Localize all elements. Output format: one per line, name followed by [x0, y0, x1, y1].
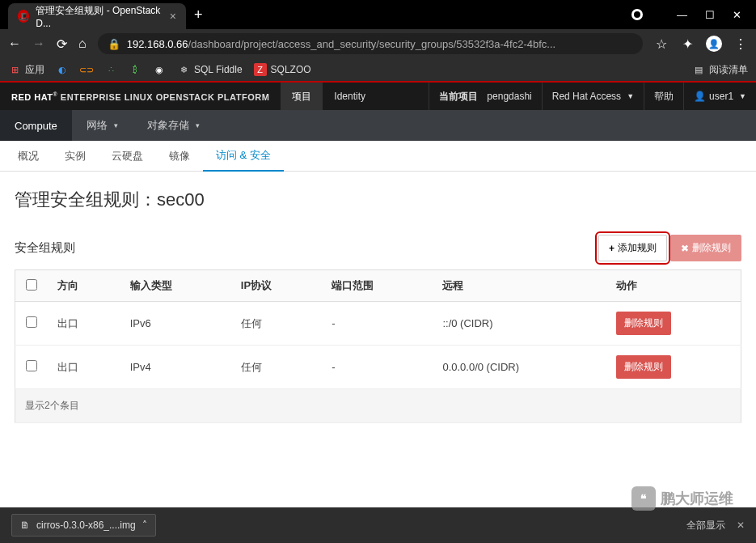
user-icon: 👤: [694, 91, 706, 102]
delete-rule-button[interactable]: 删除规则: [616, 355, 671, 379]
subnav-network[interactable]: 网络▾: [72, 110, 133, 141]
cell-remote: ::/0 (CIDR): [433, 302, 606, 346]
tab-images[interactable]: 镜像: [156, 141, 203, 171]
cell-portrange: -: [322, 302, 433, 346]
table-footer: 显示2个条目: [15, 389, 741, 423]
minimize-button[interactable]: —: [677, 9, 687, 21]
col-direction: 方向: [48, 270, 120, 302]
col-portrange: 端口范围: [322, 270, 433, 302]
nav-project[interactable]: 项目: [281, 83, 323, 110]
redhat-access-menu[interactable]: Red Hat Access▼: [542, 83, 644, 110]
bookmark-sqlfiddle[interactable]: ❄SQL Fiddle: [177, 63, 243, 76]
cell-protocol: 任何: [231, 302, 322, 346]
download-bar: 🗎 cirros-0.3.0-x86_....img ˄ 全部显示 ✕: [0, 507, 756, 543]
maximize-button[interactable]: ☐: [705, 9, 715, 21]
url-host: 192.168.0.66: [127, 38, 188, 50]
download-item[interactable]: 🗎 cirros-0.3.0-x86_....img ˄: [11, 514, 156, 537]
delete-rule-button[interactable]: 删除规则: [616, 312, 671, 335]
chevron-down-icon: ▾: [196, 121, 200, 129]
row-checkbox[interactable]: [26, 360, 37, 371]
chevron-down-icon: ▼: [739, 92, 746, 100]
tab-volumes[interactable]: 云硬盘: [99, 141, 156, 171]
col-protocol: IP协议: [231, 270, 322, 302]
tab-access-security[interactable]: 访问 & 安全: [203, 142, 284, 172]
tab-title: 管理安全组规则 - OpenStack D...: [36, 4, 163, 29]
nav-identity[interactable]: Identity: [323, 83, 377, 110]
table-row: 出口IPv4任何-0.0.0.0/0 (CIDR)删除规则: [15, 346, 741, 389]
tab-overview[interactable]: 概况: [5, 141, 52, 171]
select-all-checkbox[interactable]: [26, 279, 37, 291]
bookmark-item[interactable]: ∴: [104, 63, 117, 76]
show-all-downloads[interactable]: 全部显示: [686, 519, 725, 532]
x-icon: ✖: [681, 243, 689, 254]
profile-avatar[interactable]: 👤: [706, 36, 722, 52]
add-rule-button[interactable]: +添加规则: [598, 235, 667, 261]
col-action: 动作: [606, 270, 741, 302]
page-title: 管理安全组规则：sec00: [15, 188, 741, 212]
rules-table: 方向 输入类型 IP协议 端口范围 远程 动作 出口IPv6任何-::/0 (C…: [15, 269, 741, 423]
file-icon: 🗎: [20, 520, 30, 531]
new-tab-button[interactable]: +: [194, 6, 203, 23]
subnav-object-storage[interactable]: 对象存储▾: [133, 110, 214, 141]
section-title: 安全组规则: [15, 240, 75, 256]
menu-icon[interactable]: ⋮: [733, 36, 748, 51]
close-download-bar[interactable]: ✕: [737, 520, 745, 531]
chevron-down-icon: ▼: [627, 92, 634, 100]
cell-ethertype: IPv6: [120, 302, 231, 346]
table-row: 出口IPv6任何-::/0 (CIDR)删除规则: [15, 302, 741, 346]
apps-button[interactable]: ⊞应用: [8, 63, 44, 77]
url-field[interactable]: 🔒 192.168.0.66/dashboard/project/access_…: [98, 33, 643, 54]
main-content: 管理安全组规则：sec00 安全组规则 +添加规则 ✖删除规则 方向 输入类型 …: [0, 172, 756, 439]
bookmarks-bar: ⊞应用 ◐ ⊂⊃ ∴ ₿ ◉ ❄SQL Fiddle ZSQLZOO ▤阅读清单: [0, 58, 756, 83]
reading-list-button[interactable]: ▤阅读清单: [692, 63, 748, 77]
bookmark-sqlzoo[interactable]: ZSQLZOO: [254, 63, 311, 76]
delete-rules-button[interactable]: ✖删除规则: [670, 235, 741, 261]
chevron-down-icon: ▾: [114, 121, 118, 129]
browser-tab[interactable]: 🎩 管理安全组规则 - OpenStack D... ×: [8, 3, 186, 29]
openstack-subnav: Compute 网络▾ 对象存储▾: [0, 110, 756, 141]
url-path: /dashboard/project/access_and_security/s…: [188, 38, 556, 50]
window-controls: — ☐ ✕: [631, 9, 756, 21]
cell-portrange: -: [322, 346, 433, 389]
current-project: 当前项目 pengdashi: [429, 83, 542, 110]
openstack-header: RED HAT® ENTERPRISE LINUX OPENSTACK PLAT…: [0, 83, 756, 110]
favorite-icon[interactable]: ☆: [654, 36, 669, 51]
record-indicator-icon: [631, 9, 643, 20]
browser-address-bar: ← → ⟳ ⌂ 🔒 192.168.0.66/dashboard/project…: [0, 29, 756, 58]
bookmark-item[interactable]: ₿: [129, 63, 141, 76]
col-ethertype: 输入类型: [120, 270, 231, 302]
brand-logo: RED HAT® ENTERPRISE LINUX OPENSTACK PLAT…: [0, 91, 281, 102]
col-remote: 远程: [433, 270, 606, 302]
bookmark-item[interactable]: ◉: [153, 63, 166, 76]
cell-protocol: 任何: [231, 346, 322, 389]
download-filename: cirros-0.3.0-x86_....img: [36, 520, 136, 531]
reload-button[interactable]: ⟳: [57, 36, 67, 52]
cell-ethertype: IPv4: [120, 346, 231, 389]
bookmark-item[interactable]: ⊂⊃: [80, 63, 93, 76]
cell-remote: 0.0.0.0/0 (CIDR): [433, 346, 606, 389]
chevron-up-icon[interactable]: ˄: [142, 520, 147, 531]
lock-icon: 🔒: [108, 38, 120, 50]
row-checkbox[interactable]: [26, 316, 37, 328]
compute-tabs: 概况 实例 云硬盘 镜像 访问 & 安全: [0, 141, 756, 172]
close-window-button[interactable]: ✕: [733, 9, 741, 21]
redhat-favicon: 🎩: [18, 10, 29, 23]
browser-titlebar: 🎩 管理安全组规则 - OpenStack D... × + — ☐ ✕: [0, 0, 756, 29]
tab-instances[interactable]: 实例: [52, 141, 99, 171]
close-tab-icon[interactable]: ×: [170, 10, 176, 23]
cell-direction: 出口: [48, 302, 120, 346]
plus-icon: +: [609, 243, 615, 254]
extensions-icon[interactable]: ✦: [680, 36, 695, 51]
subnav-compute[interactable]: Compute: [0, 110, 72, 141]
help-link[interactable]: 帮助: [644, 83, 683, 110]
bookmark-item[interactable]: ◐: [56, 63, 69, 76]
user-menu[interactable]: 👤user1▼: [683, 83, 756, 110]
back-button[interactable]: ←: [8, 36, 21, 51]
home-button[interactable]: ⌂: [78, 36, 87, 51]
forward-button[interactable]: →: [32, 36, 45, 51]
cell-direction: 出口: [48, 346, 120, 389]
